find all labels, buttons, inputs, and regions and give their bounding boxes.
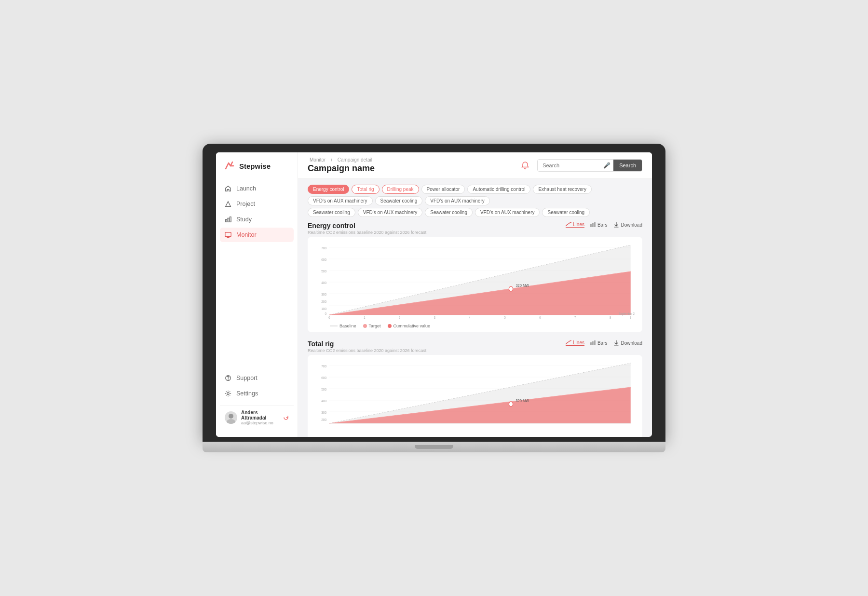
svg-text:200: 200 — [321, 417, 326, 422]
sidebar-label-monitor: Monitor — [236, 231, 257, 238]
filter-seawater-2[interactable]: Seawater cooling — [308, 208, 355, 217]
download-icon-total — [613, 340, 619, 346]
filter-row-2: Seawater cooling VFD's on AUX machinery … — [308, 208, 642, 217]
download-label-total: Download — [621, 340, 642, 346]
section-total-rig-header: Total rig Realtime CO2 emissions baselin… — [308, 340, 642, 353]
view-lines-label-2: Lines — [573, 340, 584, 345]
sidebar-label-project: Project — [236, 201, 255, 207]
svg-text:4: 4 — [469, 315, 471, 319]
sidebar-bottom: Support Settings — [216, 371, 298, 429]
bar-chart-icon — [225, 216, 231, 223]
sidebar-item-project[interactable]: Project — [220, 197, 294, 211]
filter-power-allocator[interactable]: Power allocator — [421, 185, 465, 194]
laptop-notch — [415, 445, 453, 449]
svg-text:100: 100 — [321, 306, 326, 311]
svg-text:0: 0 — [325, 311, 326, 316]
filter-auto-drill[interactable]: Automatic drilling control — [467, 185, 530, 194]
logo: Stepwise — [216, 160, 298, 181]
svg-text:8: 8 — [610, 315, 611, 319]
view-lines-btn-2[interactable]: Lines — [566, 340, 584, 346]
view-lines-btn[interactable]: Lines — [566, 222, 584, 228]
refresh-icon — [283, 415, 289, 420]
user-email: aa@stepwise.no — [241, 420, 279, 425]
filter-exhaust-heat[interactable]: Exhaust heat recovery — [533, 185, 592, 194]
svg-text:6: 6 — [539, 315, 541, 319]
view-bars-btn[interactable]: Bars — [590, 222, 608, 228]
page-title: Campaign name — [308, 163, 375, 174]
svg-point-7 — [229, 414, 233, 419]
download-icon-energy — [613, 222, 619, 228]
download-btn-total[interactable]: Download — [613, 340, 642, 346]
filter-seawater-4[interactable]: Seawater cooling — [542, 208, 590, 217]
svg-rect-10 — [592, 223, 594, 227]
svg-text:300: 300 — [321, 292, 326, 297]
svg-point-5 — [228, 380, 229, 380]
svg-rect-11 — [594, 222, 596, 227]
svg-text:5: 5 — [504, 315, 506, 319]
chart-energy-legend: Baseline Target Cummulative value — [315, 324, 635, 328]
section-total-rig: Total rig Realtime CO2 emissions baselin… — [308, 340, 642, 437]
logo-icon — [224, 160, 235, 172]
download-btn-energy[interactable]: Download — [613, 222, 642, 228]
legend-baseline-line — [330, 325, 338, 326]
filter-vfd-aux-2[interactable]: VFD's on AUX machinery — [425, 196, 490, 205]
avatar-icon — [225, 411, 237, 424]
triangle-icon — [225, 201, 231, 207]
section-energy-title: Energy control — [308, 222, 426, 230]
svg-point-31 — [509, 286, 513, 291]
chart-total-rig: 700 600 500 400 300 200 — [308, 355, 642, 437]
search-button[interactable]: Search — [613, 160, 642, 171]
content-area: Energy control Total rig Drilling peak P… — [298, 179, 652, 437]
sidebar-item-support[interactable]: Support — [220, 371, 294, 385]
filter-drilling-peak[interactable]: Drilling peak — [382, 185, 419, 194]
filter-vfd-aux-1[interactable]: VFD's on AUX machinery — [308, 196, 373, 205]
filter-row-1: Energy control Total rig Drilling peak P… — [308, 185, 642, 205]
search-input[interactable] — [538, 160, 600, 171]
filter-seawater-1[interactable]: Seawater cooling — [375, 196, 423, 205]
svg-text:600: 600 — [321, 257, 326, 262]
filter-vfd-aux-4[interactable]: VFD's on AUX machinery — [475, 208, 540, 217]
sidebar-item-settings[interactable]: Settings — [220, 386, 294, 401]
sidebar: Stepwise Launch — [216, 152, 298, 437]
bell-button[interactable] — [518, 158, 532, 173]
section-total-title-group: Total rig Realtime CO2 emissions baselin… — [308, 340, 426, 353]
filter-seawater-3[interactable]: Seawater cooling — [425, 208, 473, 217]
sidebar-item-monitor[interactable]: Monitor — [220, 228, 294, 242]
svg-text:400: 400 — [321, 280, 326, 285]
view-bars-label: Bars — [597, 222, 608, 228]
screen: Stepwise Launch — [216, 152, 652, 437]
svg-text:600: 600 — [321, 375, 326, 380]
svg-point-63 — [509, 402, 513, 406]
breadcrumb-current: Campaign detail — [338, 157, 372, 163]
search-box: 🎤 Search — [537, 159, 642, 172]
section-energy-subtitle: Realtime CO2 emissions baseline 2020 aga… — [308, 230, 426, 235]
section-total-title: Total rig — [308, 340, 426, 348]
svg-rect-46 — [594, 340, 596, 345]
svg-rect-3 — [225, 232, 231, 237]
svg-text:3: 3 — [434, 315, 436, 319]
view-bars-btn-2[interactable]: Bars — [590, 340, 608, 346]
filter-vfd-aux-3[interactable]: VFD's on AUX machinery — [358, 208, 423, 217]
sidebar-item-launch[interactable]: Launch — [220, 181, 294, 196]
svg-point-6 — [227, 393, 229, 394]
section-energy-controls: Lines Bars — [566, 222, 642, 228]
legend-cumulative-dot — [388, 324, 392, 328]
sidebar-item-study[interactable]: Study — [220, 212, 294, 227]
view-lines-label: Lines — [573, 222, 584, 227]
svg-rect-1 — [228, 218, 229, 222]
filter-total-rig[interactable]: Total rig — [352, 185, 379, 194]
sidebar-nav: Launch Project — [216, 181, 298, 371]
svg-text:0: 0 — [328, 315, 330, 319]
legend-baseline: Baseline — [330, 324, 356, 328]
svg-rect-45 — [592, 341, 594, 345]
bars-chart-icon-2 — [590, 340, 596, 345]
laptop-shell: Stepwise Launch — [203, 144, 665, 452]
legend-cumulative-label: Cummulative value — [393, 324, 431, 328]
section-total-controls: Lines Bars — [566, 340, 642, 346]
section-energy-control: Energy control Realtime CO2 emissions ba… — [308, 222, 642, 332]
filter-energy-control[interactable]: Energy control — [308, 185, 349, 194]
svg-text:September 2022: September 2022 — [619, 312, 635, 316]
app-container: Stepwise Launch — [216, 152, 652, 437]
legend-target: Target — [363, 324, 381, 328]
breadcrumb-separator: / — [331, 157, 332, 163]
